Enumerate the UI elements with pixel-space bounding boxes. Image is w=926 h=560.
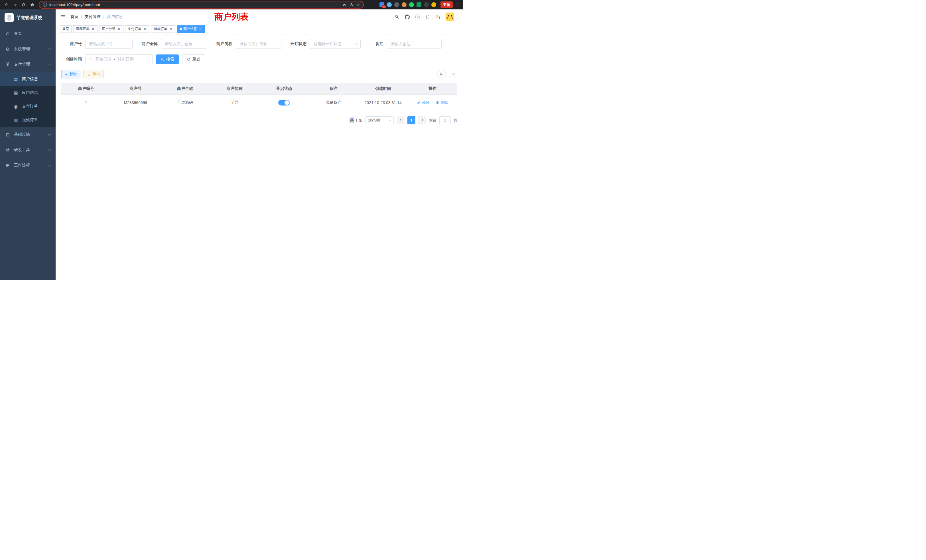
filter-status: 开启状态 请选择开启状态 — [291, 39, 361, 49]
plus-icon: + — [65, 72, 68, 76]
breadcrumb-item[interactable]: 支付管理 — [85, 14, 101, 20]
tab-process-form[interactable]: 流程表单 × — [73, 26, 97, 33]
password-key-icon[interactable] — [342, 3, 346, 7]
total-prefix: 共 — [350, 118, 354, 123]
pagination: 共 1 条 10条/页 1 前往 页 — [61, 117, 457, 124]
extension-icon[interactable] — [416, 2, 421, 7]
extension-icon[interactable] — [409, 2, 414, 7]
next-page-button[interactable] — [418, 117, 426, 124]
extension-icon[interactable] — [387, 2, 392, 7]
payment-submenu: ▤ 商户信息 ▦ 应用信息 ◉ 支付订单 ▥ 退款订单 — [0, 72, 56, 127]
edit-link-label: 修改 — [422, 100, 429, 105]
close-icon[interactable]: × — [117, 27, 121, 31]
add-button[interactable]: + 新增 — [61, 70, 80, 79]
fullscreen-icon[interactable] — [425, 15, 430, 20]
merchant-no-input[interactable] — [85, 39, 133, 49]
tab-merchant-info[interactable]: 商户信息 × — [177, 26, 205, 33]
merchant-table: 商户编号 商户号 商户全称 商户简称 开启状态 备注 创建时间 操作 1 M23… — [61, 83, 457, 111]
tab-user-group[interactable]: 用户分组 × — [99, 26, 123, 33]
date-range-picker[interactable]: 开始日期 - 结束日期 — [85, 54, 153, 64]
sidebar-logo[interactable]: 芋道管理系统 — [0, 9, 56, 26]
avatar-caret-icon[interactable] — [457, 17, 459, 19]
cell-merchant-no: M233666999 — [111, 94, 160, 111]
github-icon[interactable] — [405, 15, 410, 20]
full-name-input[interactable] — [161, 39, 207, 49]
download-icon — [87, 72, 91, 76]
breadcrumb-item[interactable]: 首页 — [70, 14, 79, 20]
add-button-label: 新增 — [69, 71, 77, 77]
field-label: 开启状态 — [291, 41, 307, 47]
page-size-select[interactable]: 10条/页 — [365, 117, 394, 124]
search-button[interactable]: 搜索 — [156, 54, 179, 64]
short-name-input[interactable] — [236, 39, 281, 49]
column-header: 商户简称 — [210, 83, 259, 94]
toolbox-icon: ⚒ — [5, 147, 10, 153]
url-bar[interactable]: ⓘ localhost:1024/pay/merchant ☆ — [39, 1, 364, 9]
app-title: 芋道管理系统 — [17, 15, 42, 21]
delete-link[interactable]: 删除 — [436, 100, 448, 105]
user-avatar[interactable] — [446, 12, 454, 21]
tab-label: 商户信息 — [183, 27, 197, 31]
tab-pay-order[interactable]: 支付订单 × — [125, 26, 150, 33]
sidebar-item-merchant-info[interactable]: ▤ 商户信息 — [0, 72, 56, 86]
page-number-button[interactable]: 1 — [407, 117, 415, 124]
close-icon[interactable]: × — [198, 27, 203, 31]
export-button[interactable]: 导出 — [83, 70, 104, 79]
calendar-icon — [88, 57, 93, 62]
sidebar-item-app-info[interactable]: ▦ 应用信息 — [0, 86, 56, 100]
url-text[interactable]: localhost:1024/pay/merchant — [49, 3, 340, 7]
active-dot — [180, 28, 182, 30]
edit-link[interactable]: 修改 — [417, 100, 429, 105]
sidebar-item-workflow[interactable]: ⊞ 工作流程 — [0, 158, 56, 173]
close-icon[interactable]: × — [143, 27, 147, 31]
sidebar-item-pay-order[interactable]: ◉ 支付订单 — [0, 100, 56, 113]
extension-icon[interactable] — [402, 2, 407, 7]
total-suffix: 条 — [359, 118, 362, 123]
prev-page-button[interactable] — [396, 117, 404, 124]
sidebar-item-system[interactable]: ⚙ 系统管理 — [0, 41, 56, 57]
extension-icon[interactable] — [394, 2, 399, 7]
refresh-table-icon[interactable] — [449, 70, 457, 79]
reset-button[interactable]: 重置 — [182, 54, 205, 64]
filter-create-time: 创建时间 开始日期 - 结束日期 — [61, 54, 153, 64]
hamburger-icon[interactable] — [60, 14, 66, 20]
tab-refund-order[interactable]: 退款订单 × — [151, 26, 176, 33]
bookmark-star-icon[interactable]: ☆ — [356, 3, 360, 7]
sidebar-item-dev-tools[interactable]: ⚒ 研发工具 — [0, 142, 56, 158]
sidebar-item-payment[interactable]: ¥ 支付管理 — [0, 57, 56, 72]
extension-icon[interactable]: 10 — [380, 2, 384, 7]
sidebar-item-home[interactable]: ⊙ 首页 — [0, 26, 56, 41]
forward-icon[interactable] — [11, 1, 19, 9]
chevron-up-icon — [48, 64, 51, 67]
sidebar-item-label: 系统管理 — [14, 47, 30, 51]
status-select[interactable]: 请选择开启状态 — [310, 39, 361, 49]
close-icon[interactable]: × — [169, 27, 173, 31]
show-search-icon[interactable] — [437, 70, 446, 79]
browser-menu-icon[interactable]: ⋮ — [456, 2, 460, 8]
sidebar-item-label: 支付订单 — [22, 104, 38, 109]
sidebar-item-refund-order[interactable]: ▥ 退款订单 — [0, 113, 56, 127]
chevron-left-icon — [400, 119, 402, 122]
reload-icon[interactable] — [20, 1, 27, 9]
browser-update-button[interactable]: 更新 — [440, 2, 453, 8]
sidebar-item-infrastructure[interactable]: ⊡ 基础设施 — [0, 127, 56, 142]
extension-icon[interactable] — [424, 2, 429, 7]
trash-icon — [436, 101, 439, 104]
search-icon[interactable] — [395, 15, 399, 20]
site-info-icon[interactable]: ⓘ — [43, 2, 47, 8]
close-icon[interactable]: × — [91, 27, 95, 31]
tab-home[interactable]: 首页 — [60, 26, 71, 33]
home-icon[interactable] — [29, 1, 36, 9]
order-icon: ◉ — [13, 104, 18, 109]
back-icon[interactable] — [3, 1, 10, 9]
remark-input[interactable] — [387, 39, 442, 49]
help-icon[interactable]: ? — [415, 15, 420, 20]
goto-page-input[interactable] — [439, 117, 451, 124]
status-toggle[interactable] — [278, 100, 290, 106]
sidebar-item-label: 研发工具 — [14, 147, 30, 153]
cell-remark: 我是备注 — [309, 94, 359, 111]
font-size-icon[interactable]: TT — [436, 14, 440, 20]
share-icon[interactable] — [349, 3, 354, 7]
extension-icon[interactable] — [431, 2, 436, 7]
field-label: 备注 — [375, 41, 383, 47]
